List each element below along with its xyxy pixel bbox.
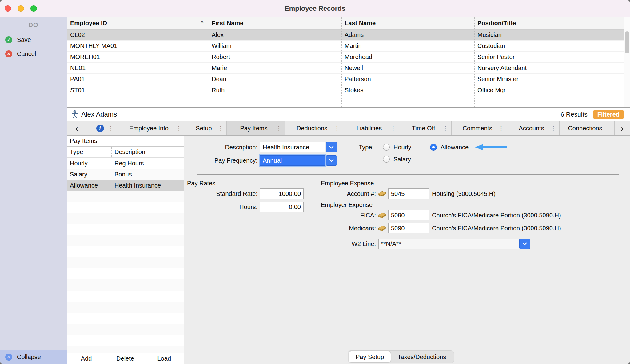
save-check-icon: ✓ [5,36,12,43]
table-row[interactable]: MOREH01 Robert Morehead Senior Pastor [67,52,624,63]
info-icon: i [96,125,104,132]
list-item[interactable]: Hourly Reg Hours [67,158,184,169]
close-button[interactable] [5,5,11,12]
cell-description: Reg Hours [112,160,184,167]
tab-menu-icon[interactable]: ⋮ [390,125,396,132]
cell-first-name: Robert [209,53,341,61]
collapse-button[interactable]: « Collapse [0,350,67,364]
tab-time-off[interactable]: Time Off⋮ [399,121,452,135]
tab-liabilities[interactable]: Liabilities⋮ [343,121,399,135]
zoom-button[interactable] [30,5,37,12]
fica-description: Church's FICA/Medicare Portion (3000.509… [432,210,561,221]
tab-menu-icon[interactable]: ⋮ [334,125,340,132]
tab-menu-icon[interactable]: ⋮ [276,125,282,132]
table-row[interactable]: CL02 Alex Adams Musician [67,30,624,41]
tab-comments[interactable]: Comments⋮ [452,121,507,135]
table-row[interactable]: PA01 Dean Patterson Senior Minister [67,74,624,85]
save-button[interactable]: ✓ Save [0,33,67,47]
tab-pay-items[interactable]: Pay Items⋮ [227,121,285,135]
tabs-scroll-right-button[interactable]: › [615,121,630,135]
fica-label: FICA: [305,210,376,221]
cancel-x-icon: ✕ [5,50,12,57]
cell-last-name: Stokes [341,87,474,94]
radio-salary-label: Salary [393,154,411,165]
column-header-last-name[interactable]: Last Name [341,20,474,27]
radio-hourly[interactable] [383,144,390,151]
list-item[interactable]: Salary Bonus [67,169,184,180]
radio-allowance[interactable] [430,144,437,151]
tab-taxes-deductions[interactable]: Taxes/Deductions [391,351,453,362]
tab-info[interactable]: i ⋮ [86,121,117,135]
tab-setup[interactable]: Setup⋮ [185,121,227,135]
scrollbar-thumb[interactable] [625,31,629,53]
w2-line-label: W2 Line: [305,238,376,249]
column-header-position-title[interactable]: Position/Title [474,20,624,27]
load-button[interactable]: Load [145,353,184,364]
account-lookup-icon[interactable] [377,212,387,220]
tab-pay-setup[interactable]: Pay Setup [349,351,391,362]
bottom-tab-switcher: Pay Setup Taxes/Deductions [348,350,454,363]
account-lookup-icon[interactable] [377,224,387,233]
hours-field[interactable]: 0.00 [260,202,304,212]
results-count: 6 Results [560,111,588,118]
tab-accounts[interactable]: Accounts⋮ [507,121,560,135]
minimize-button[interactable] [18,5,24,12]
tab-deductions[interactable]: Deductions⋮ [285,121,343,135]
collapse-chevrons-icon: « [5,354,12,361]
delete-button[interactable]: Delete [106,353,145,364]
table-row[interactable]: MONTHLY-MA01 William Martin Custodian [67,41,624,52]
chevron-down-icon [329,159,334,162]
cell-last-name: Newell [341,65,474,72]
standard-rate-field[interactable]: 1000.00 [260,188,304,199]
add-button[interactable]: Add [67,353,106,364]
tab-menu-icon[interactable]: ⋮ [442,125,449,132]
cell-employee-id: NE01 [67,65,209,72]
medicare-account-field[interactable]: 5090 [388,223,429,233]
account-lookup-icon[interactable] [377,190,387,198]
account-number-field[interactable]: 5045 [388,188,429,199]
pay-frequency-select[interactable]: Annual [260,155,325,166]
tab-menu-icon[interactable]: ⋮ [108,125,114,132]
column-header-first-name[interactable]: First Name [209,20,341,27]
employee-expense-title: Employee Expense [321,178,374,189]
radio-salary[interactable] [383,156,390,163]
account-number-label: Account #: [305,188,376,199]
annotation-arrow-icon [475,144,508,152]
cell-position: Senior Minister [474,76,624,83]
cell-first-name: Marie [209,65,341,72]
cell-employee-id: PA01 [67,76,209,83]
tab-menu-icon[interactable]: ⋮ [550,125,556,132]
standard-rate-label: Standard Rate: [184,188,257,199]
fica-account-field[interactable]: 5090 [388,210,429,220]
pay-items-panel: Pay Items Type Description Hourly Reg Ho… [67,136,184,364]
window-title: Employee Records [285,5,345,13]
pay-frequency-dropdown-button[interactable] [326,155,337,166]
cell-position: Senior Pastor [474,53,624,61]
hours-label: Hours: [184,201,257,212]
chevron-down-icon [522,242,527,245]
column-header-type[interactable]: Type [67,147,112,157]
table-scrollbar[interactable] [624,17,630,107]
column-header-description[interactable]: Description [112,147,184,157]
list-item[interactable]: Allowance Health Insurance [67,180,184,191]
w2-line-select[interactable]: **N/A** [378,239,519,249]
employee-table-header: Employee ID ^ First Name Last Name Posit… [67,17,624,30]
person-icon [71,110,78,119]
pay-frequency-label: Pay Frequency: [184,155,257,166]
tab-menu-icon[interactable]: ⋮ [498,125,504,132]
tab-employee-info[interactable]: Employee Info⋮ [117,121,185,135]
pay-item-detail-panel: Description: Health Insurance Type: Hour… [184,136,630,364]
cell-employee-id: ST01 [67,87,209,94]
tab-menu-icon[interactable]: ⋮ [176,125,182,132]
column-header-employee-id[interactable]: Employee ID ^ [67,19,209,27]
medicare-label: Medicare: [305,223,376,234]
tabs-scroll-left-button[interactable]: ‹ [67,121,86,135]
window-controls [5,5,37,12]
filtered-badge[interactable]: Filtered [593,110,624,119]
tab-connections[interactable]: Connections [560,121,615,135]
table-row[interactable]: ST01 Ruth Stokes Office Mgr [67,85,624,96]
tab-menu-icon[interactable]: ⋮ [217,125,224,132]
cancel-button[interactable]: ✕ Cancel [0,47,67,61]
w2-line-dropdown-button[interactable] [519,239,530,249]
table-row[interactable]: NE01 Marie Newell Nursery Attendant [67,63,624,74]
